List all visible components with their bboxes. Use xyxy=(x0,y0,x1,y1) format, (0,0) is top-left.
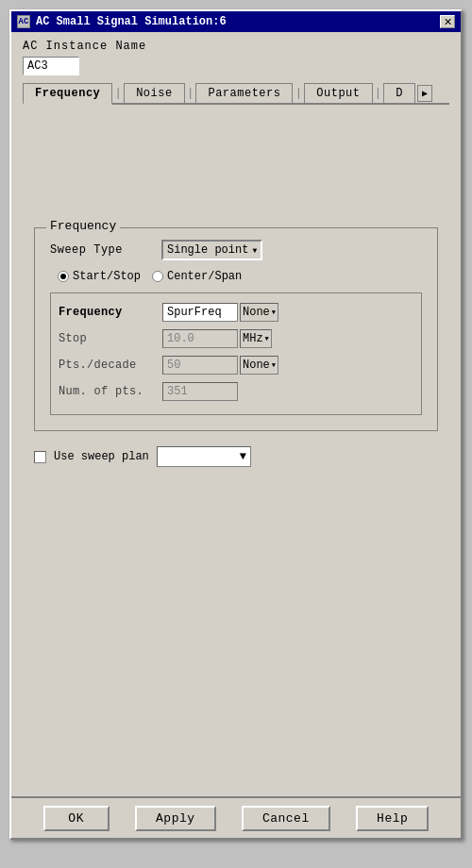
table-row-pts-decade: Pts./decade None ▼ xyxy=(59,354,413,376)
sweep-plan-checkbox[interactable] xyxy=(34,451,46,463)
sweep-type-arrow: ▼ xyxy=(252,246,257,255)
table-row-num-pts: Num. of pts. xyxy=(59,380,413,403)
inner-table: Frequency None ▼ Stop MHz ▼ xyxy=(50,292,422,415)
tab-frequency[interactable]: Frequency xyxy=(23,83,112,105)
row-stop-unit-value: MHz xyxy=(243,332,263,345)
row-pts-decade-unit-arrow: ▼ xyxy=(272,361,276,369)
tab-sep-4: | xyxy=(373,86,384,100)
row-num-pts-input[interactable] xyxy=(162,382,238,401)
sweep-plan-dropdown-arrow: ▼ xyxy=(240,450,246,463)
tab-sep-1: | xyxy=(112,86,124,100)
radio-center-span-label: Center/Span xyxy=(167,270,242,283)
window-icon: AC xyxy=(17,15,30,28)
row-frequency-unit-arrow: ▼ xyxy=(272,309,276,316)
sweep-type-dropdown[interactable]: Single point ▼ xyxy=(161,240,262,260)
row-num-pts-label: Num. of pts. xyxy=(59,385,162,398)
radio-center-span[interactable]: Center/Span xyxy=(152,270,242,283)
tab-sep-2: | xyxy=(185,86,196,100)
row-pts-decade-label: Pts./decade xyxy=(59,359,162,372)
button-row: OK Apply Cancel Help xyxy=(11,796,461,838)
row-frequency-label: Frequency xyxy=(59,306,162,319)
tab-frequency-content: Frequency Sweep Type Single point ▼ Star… xyxy=(23,105,449,652)
sweep-plan-label: Use sweep plan xyxy=(54,450,149,463)
radio-row: Start/Stop Center/Span xyxy=(58,270,422,283)
apply-button[interactable]: Apply xyxy=(135,806,216,831)
radio-center-span-indicator xyxy=(152,271,163,282)
table-row-stop: Stop MHz ▼ xyxy=(59,327,413,350)
tab-parameters[interactable]: Parameters xyxy=(195,83,293,103)
table-row-frequency: Frequency None ▼ xyxy=(59,301,413,324)
tab-output[interactable]: Output xyxy=(304,83,372,103)
row-stop-label: Stop xyxy=(59,332,162,345)
row-pts-decade-unit-value: None xyxy=(243,359,270,372)
help-button[interactable]: Help xyxy=(356,806,429,831)
row-pts-decade-unit[interactable]: None ▼ xyxy=(240,356,278,375)
window-content: AC Instance Name Frequency | Noise | Par… xyxy=(11,32,461,659)
title-bar-left: AC AC Small Signal Simulation:6 xyxy=(17,15,227,28)
close-button[interactable]: ✕ xyxy=(440,15,455,28)
sweep-type-row: Sweep Type Single point ▼ xyxy=(50,240,422,260)
group-legend: Frequency xyxy=(46,219,120,233)
tab-scroll-button[interactable]: ▶ xyxy=(417,85,432,102)
row-frequency-unit[interactable]: None ▼ xyxy=(240,303,278,322)
frequency-group: Frequency Sweep Type Single point ▼ Star… xyxy=(34,227,438,431)
window-title: AC Small Signal Simulation:6 xyxy=(36,15,227,28)
tabs-container: Frequency | Noise | Parameters | Output … xyxy=(23,83,449,105)
row-stop-unit[interactable]: MHz ▼ xyxy=(240,329,272,348)
tab-noise[interactable]: Noise xyxy=(124,83,185,103)
ok-button[interactable]: OK xyxy=(43,806,110,831)
radio-start-stop[interactable]: Start/Stop xyxy=(58,270,141,283)
sweep-type-label: Sweep Type xyxy=(50,243,154,257)
row-frequency-input[interactable] xyxy=(162,303,238,322)
tab-sep-3: | xyxy=(293,86,304,100)
instance-name-label: AC Instance Name xyxy=(23,40,449,53)
sweep-plan-dropdown[interactable]: ▼ xyxy=(157,446,251,467)
radio-start-stop-indicator xyxy=(58,271,69,282)
row-pts-decade-input[interactable] xyxy=(162,356,238,375)
sweep-plan-row: Use sweep plan ▼ xyxy=(34,446,438,467)
main-window: AC AC Small Signal Simulation:6 ✕ AC Ins… xyxy=(9,9,463,840)
row-stop-unit-arrow: ▼ xyxy=(265,335,269,342)
radio-start-stop-label: Start/Stop xyxy=(73,270,141,283)
sweep-type-value: Single point xyxy=(167,243,248,257)
tab-more[interactable]: D xyxy=(383,83,415,103)
title-bar: AC AC Small Signal Simulation:6 ✕ xyxy=(11,11,461,32)
row-stop-input[interactable] xyxy=(162,329,238,348)
cancel-button[interactable]: Cancel xyxy=(242,806,330,831)
window-icon-label: AC xyxy=(19,17,29,26)
instance-name-input[interactable] xyxy=(23,57,79,75)
row-frequency-unit-value: None xyxy=(243,306,270,319)
